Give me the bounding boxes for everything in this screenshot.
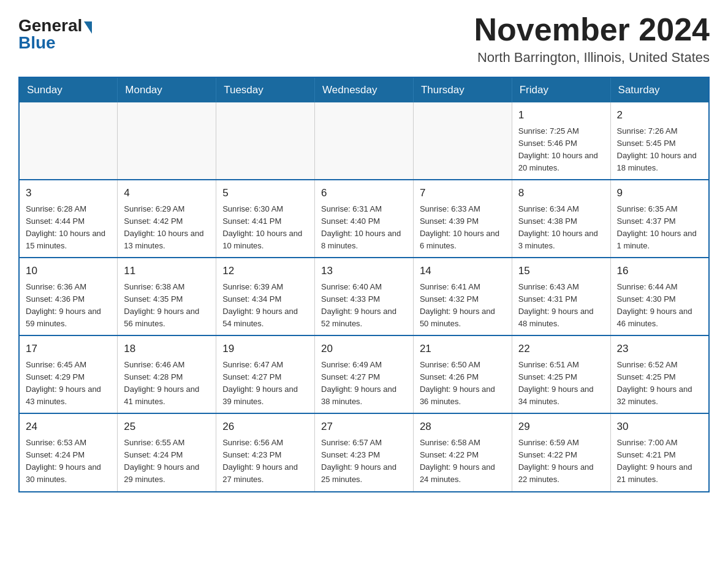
logo: General Blue: [18, 12, 92, 52]
day-number: 25: [124, 419, 210, 435]
calendar-cell: 6Sunrise: 6:31 AM Sunset: 4:40 PM Daylig…: [315, 180, 414, 258]
day-number: 23: [617, 341, 702, 357]
day-number: 5: [222, 185, 308, 201]
day-number: 4: [124, 185, 210, 201]
day-info: Sunrise: 6:30 AM Sunset: 4:41 PM Dayligh…: [222, 203, 308, 253]
calendar-cell: 22Sunrise: 6:51 AM Sunset: 4:25 PM Dayli…: [512, 335, 610, 413]
day-info: Sunrise: 6:39 AM Sunset: 4:34 PM Dayligh…: [222, 281, 308, 331]
day-info: Sunrise: 6:49 AM Sunset: 4:27 PM Dayligh…: [321, 359, 407, 408]
day-number: 1: [518, 107, 604, 123]
calendar-cell: 9Sunrise: 6:35 AM Sunset: 4:37 PM Daylig…: [610, 180, 709, 258]
day-number: 3: [26, 185, 111, 201]
day-info: Sunrise: 6:43 AM Sunset: 4:31 PM Dayligh…: [518, 281, 604, 331]
weekday-header-tuesday: Tuesday: [216, 77, 315, 102]
calendar-cell: 29Sunrise: 6:59 AM Sunset: 4:22 PM Dayli…: [512, 413, 610, 491]
calendar-cell: 17Sunrise: 6:45 AM Sunset: 4:29 PM Dayli…: [19, 335, 118, 413]
day-number: 28: [420, 419, 506, 435]
month-year-title: November 2024: [474, 12, 710, 47]
day-info: Sunrise: 6:41 AM Sunset: 4:32 PM Dayligh…: [420, 281, 506, 331]
calendar-week-row: 1Sunrise: 7:25 AM Sunset: 5:46 PM Daylig…: [19, 102, 709, 180]
day-info: Sunrise: 6:47 AM Sunset: 4:27 PM Dayligh…: [222, 359, 308, 408]
day-info: Sunrise: 7:26 AM Sunset: 5:45 PM Dayligh…: [617, 125, 702, 175]
calendar-cell: 16Sunrise: 6:44 AM Sunset: 4:30 PM Dayli…: [610, 258, 709, 335]
calendar-cell: 26Sunrise: 6:56 AM Sunset: 4:23 PM Dayli…: [216, 413, 315, 491]
weekday-header-friday: Friday: [512, 77, 610, 102]
day-info: Sunrise: 6:44 AM Sunset: 4:30 PM Dayligh…: [617, 281, 702, 331]
weekday-header-monday: Monday: [118, 77, 216, 102]
calendar-cell: 28Sunrise: 6:58 AM Sunset: 4:22 PM Dayli…: [413, 413, 512, 491]
calendar-cell: 1Sunrise: 7:25 AM Sunset: 5:46 PM Daylig…: [512, 102, 610, 180]
calendar-cell: 7Sunrise: 6:33 AM Sunset: 4:39 PM Daylig…: [413, 180, 512, 258]
day-info: Sunrise: 6:29 AM Sunset: 4:42 PM Dayligh…: [124, 203, 210, 253]
day-number: 8: [518, 185, 604, 201]
day-info: Sunrise: 7:25 AM Sunset: 5:46 PM Dayligh…: [518, 125, 604, 175]
day-info: Sunrise: 6:31 AM Sunset: 4:40 PM Dayligh…: [321, 203, 407, 253]
day-number: 2: [617, 107, 702, 123]
calendar-cell: 13Sunrise: 6:40 AM Sunset: 4:33 PM Dayli…: [315, 258, 414, 335]
day-number: 12: [222, 263, 308, 279]
day-info: Sunrise: 6:52 AM Sunset: 4:25 PM Dayligh…: [617, 359, 702, 408]
day-info: Sunrise: 6:28 AM Sunset: 4:44 PM Dayligh…: [26, 203, 111, 253]
day-info: Sunrise: 6:58 AM Sunset: 4:22 PM Dayligh…: [420, 437, 506, 486]
day-number: 24: [26, 419, 111, 435]
day-info: Sunrise: 7:00 AM Sunset: 4:21 PM Dayligh…: [617, 437, 702, 486]
calendar-cell: 30Sunrise: 7:00 AM Sunset: 4:21 PM Dayli…: [610, 413, 709, 491]
header: General Blue November 2024 North Barring…: [18, 12, 710, 66]
calendar-cell: [315, 102, 414, 180]
calendar-cell: 25Sunrise: 6:55 AM Sunset: 4:24 PM Dayli…: [118, 413, 216, 491]
calendar-cell: 23Sunrise: 6:52 AM Sunset: 4:25 PM Dayli…: [610, 335, 709, 413]
calendar-week-row: 3Sunrise: 6:28 AM Sunset: 4:44 PM Daylig…: [19, 180, 709, 258]
calendar-cell: 18Sunrise: 6:46 AM Sunset: 4:28 PM Dayli…: [118, 335, 216, 413]
day-info: Sunrise: 6:50 AM Sunset: 4:26 PM Dayligh…: [420, 359, 506, 408]
calendar-cell: 19Sunrise: 6:47 AM Sunset: 4:27 PM Dayli…: [216, 335, 315, 413]
day-number: 21: [420, 341, 506, 357]
logo-triangle-icon: [84, 21, 92, 34]
day-number: 30: [617, 419, 702, 435]
calendar-cell: 27Sunrise: 6:57 AM Sunset: 4:23 PM Dayli…: [315, 413, 414, 491]
calendar-cell: 5Sunrise: 6:30 AM Sunset: 4:41 PM Daylig…: [216, 180, 315, 258]
calendar-cell: 15Sunrise: 6:43 AM Sunset: 4:31 PM Dayli…: [512, 258, 610, 335]
weekday-header-saturday: Saturday: [610, 77, 709, 102]
calendar-week-row: 10Sunrise: 6:36 AM Sunset: 4:36 PM Dayli…: [19, 258, 709, 335]
day-info: Sunrise: 6:36 AM Sunset: 4:36 PM Dayligh…: [26, 281, 111, 331]
weekday-header-sunday: Sunday: [19, 77, 118, 102]
calendar-table: SundayMondayTuesdayWednesdayThursdayFrid…: [18, 77, 710, 492]
day-number: 26: [222, 419, 308, 435]
logo-general-text: General: [18, 17, 82, 34]
day-info: Sunrise: 6:55 AM Sunset: 4:24 PM Dayligh…: [124, 437, 210, 486]
calendar-cell: 24Sunrise: 6:53 AM Sunset: 4:24 PM Dayli…: [19, 413, 118, 491]
calendar-cell: [19, 102, 118, 180]
day-number: 29: [518, 419, 604, 435]
day-info: Sunrise: 6:57 AM Sunset: 4:23 PM Dayligh…: [321, 437, 407, 486]
calendar-cell: 14Sunrise: 6:41 AM Sunset: 4:32 PM Dayli…: [413, 258, 512, 335]
logo-blue-text: Blue: [18, 34, 56, 52]
day-number: 19: [222, 341, 308, 357]
day-info: Sunrise: 6:53 AM Sunset: 4:24 PM Dayligh…: [26, 437, 111, 486]
day-info: Sunrise: 6:46 AM Sunset: 4:28 PM Dayligh…: [124, 359, 210, 408]
calendar-cell: 10Sunrise: 6:36 AM Sunset: 4:36 PM Dayli…: [19, 258, 118, 335]
day-info: Sunrise: 6:56 AM Sunset: 4:23 PM Dayligh…: [222, 437, 308, 486]
day-number: 10: [26, 263, 111, 279]
calendar-cell: [216, 102, 315, 180]
calendar-week-row: 24Sunrise: 6:53 AM Sunset: 4:24 PM Dayli…: [19, 413, 709, 491]
day-info: Sunrise: 6:38 AM Sunset: 4:35 PM Dayligh…: [124, 281, 210, 331]
day-info: Sunrise: 6:34 AM Sunset: 4:38 PM Dayligh…: [518, 203, 604, 253]
day-number: 13: [321, 263, 407, 279]
day-info: Sunrise: 6:40 AM Sunset: 4:33 PM Dayligh…: [321, 281, 407, 331]
day-info: Sunrise: 6:45 AM Sunset: 4:29 PM Dayligh…: [26, 359, 111, 408]
day-info: Sunrise: 6:51 AM Sunset: 4:25 PM Dayligh…: [518, 359, 604, 408]
day-info: Sunrise: 6:33 AM Sunset: 4:39 PM Dayligh…: [420, 203, 506, 253]
calendar-cell: 11Sunrise: 6:38 AM Sunset: 4:35 PM Dayli…: [118, 258, 216, 335]
day-number: 6: [321, 185, 407, 201]
day-number: 16: [617, 263, 702, 279]
day-number: 17: [26, 341, 111, 357]
day-number: 22: [518, 341, 604, 357]
day-info: Sunrise: 6:59 AM Sunset: 4:22 PM Dayligh…: [518, 437, 604, 486]
title-area: November 2024 North Barrington, Illinois…: [474, 12, 710, 66]
day-number: 15: [518, 263, 604, 279]
day-number: 18: [124, 341, 210, 357]
location-subtitle: North Barrington, Illinois, United State…: [474, 50, 710, 66]
calendar-cell: 8Sunrise: 6:34 AM Sunset: 4:38 PM Daylig…: [512, 180, 610, 258]
calendar-cell: 21Sunrise: 6:50 AM Sunset: 4:26 PM Dayli…: [413, 335, 512, 413]
weekday-header-thursday: Thursday: [413, 77, 512, 102]
